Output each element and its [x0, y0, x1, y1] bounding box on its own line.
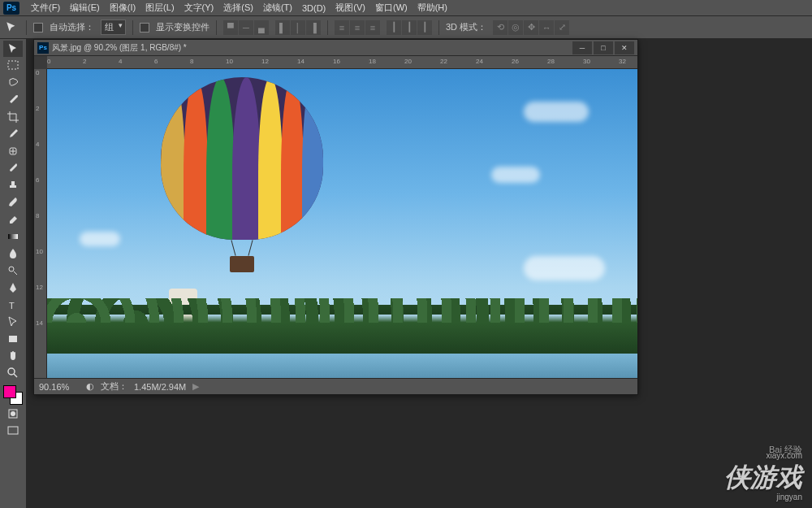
eyedropper-tool[interactable] — [3, 126, 23, 142]
history-brush-tool[interactable] — [3, 194, 23, 211]
blur-tool[interactable] — [3, 245, 23, 262]
zoom-level[interactable]: 90.16% — [39, 382, 80, 392]
document-titlebar[interactable]: Ps 风景.jpg @ 90.2% (图层 1, RGB/8#) * ─ □ ✕ — [34, 40, 637, 56]
svg-rect-0 — [8, 61, 18, 69]
menu-edit[interactable]: 编辑(E) — [65, 0, 105, 15]
align-bottom-icon[interactable]: ▄ — [254, 20, 269, 35]
3d-roll-icon[interactable]: ◎ — [508, 20, 523, 35]
exposure-icon[interactable]: ◐ — [429, 476, 437, 487]
menu-window[interactable]: 窗口(W) — [370, 0, 412, 15]
3d-buttons: ⟲ ◎ ✥ ↔ ⤢ — [493, 20, 569, 35]
3d-mode-label: 3D 模式： — [446, 21, 486, 33]
doc-size-label: 文档： — [101, 380, 127, 393]
wand-tool[interactable] — [3, 92, 23, 108]
dodge-tool[interactable] — [3, 263, 23, 279]
move-tool-icon[interactable] — [5, 20, 19, 35]
menu-layer[interactable]: 图层(L) — [140, 0, 179, 15]
svg-rect-6 — [9, 336, 17, 342]
move-tool[interactable] — [3, 41, 23, 57]
3d-pan-icon[interactable]: ✥ — [524, 20, 538, 35]
divider — [438, 20, 439, 35]
path-select-tool[interactable] — [3, 314, 23, 330]
align-buttons-h: ▌ │ ▐ — [275, 20, 321, 35]
distribute-bottom-icon[interactable]: ≡ — [365, 20, 380, 35]
zoom-tool[interactable] — [3, 365, 23, 381]
zoom-level[interactable]: 90.91% — [382, 477, 422, 487]
menu-3d[interactable]: 3D(D) — [297, 2, 330, 15]
close-button[interactable]: ✕ — [615, 41, 634, 54]
svg-point-7 — [8, 368, 15, 375]
svg-text:T: T — [9, 301, 15, 310]
menu-help[interactable]: 帮助(H) — [412, 0, 452, 15]
divider — [26, 20, 27, 35]
minimize-button[interactable]: ─ — [572, 41, 592, 54]
distribute-left-icon[interactable]: ┃ — [387, 20, 401, 35]
canvas-area: Ps 风景.jpg @ 90.2% (图层 1, RGB/8#) * ─ □ ✕… — [27, 39, 812, 508]
status-arrow-icon[interactable]: ▶ — [539, 476, 546, 487]
menu-image[interactable]: 图像(I) — [105, 0, 140, 15]
menu-filter[interactable]: 滤镜(T) — [258, 0, 297, 15]
svg-point-1 — [16, 95, 18, 97]
menu-file[interactable]: 文件(F) — [26, 0, 65, 15]
divider — [132, 20, 133, 35]
doc-icon: Ps — [37, 42, 49, 54]
distribute-buttons: ≡ ≡ ≡ — [335, 20, 380, 35]
3d-slide-icon[interactable]: ↔ — [539, 20, 554, 35]
stamp-tool[interactable] — [3, 177, 23, 193]
ruler-vertical[interactable]: 02468101214 — [34, 69, 47, 378]
3d-scale-icon[interactable]: ⤢ — [555, 20, 569, 35]
doc-size-label: 文档： — [443, 475, 470, 488]
maximize-button[interactable]: □ — [594, 41, 613, 54]
eraser-tool[interactable] — [3, 211, 23, 228]
auto-select-label: 自动选择： — [50, 21, 94, 33]
distribute-top-icon[interactable]: ≡ — [335, 20, 349, 35]
hand-tool[interactable] — [3, 348, 23, 364]
distribute-hcenter-icon[interactable]: ┃ — [402, 20, 417, 35]
document-title: 风景.jpg @ 90.2% (图层 1, RGB/8#) * — [52, 42, 572, 54]
show-transform-checkbox[interactable] — [140, 23, 149, 33]
lasso-tool[interactable] — [3, 75, 23, 91]
marquee-tool[interactable] — [3, 58, 23, 74]
distribute-right-icon[interactable]: ┃ — [417, 20, 432, 35]
doc-size-value: 773.1K/1.51M — [477, 477, 533, 487]
app-logo: Ps — [3, 2, 19, 15]
crop-tool[interactable] — [3, 109, 23, 125]
menu-type[interactable]: 文字(Y) — [179, 0, 219, 15]
minimize-button[interactable]: ─ — [712, 212, 732, 225]
status-bar: 90.91% ◐ 文档： 773.1K/1.51M ▶ — [377, 473, 777, 489]
menu-view[interactable]: 视图(V) — [330, 0, 370, 15]
align-hcenter-icon[interactable]: │ — [291, 20, 305, 35]
align-left-icon[interactable]: ▌ — [275, 20, 290, 35]
options-bar: 自动选择： 组 显示变换控件 ▀ ─ ▄ ▌ │ ▐ ≡ ≡ ≡ ┃ ┃ ┃ 3… — [0, 16, 812, 39]
image-content — [47, 69, 637, 378]
ruler-horizontal[interactable]: 02468101214161820222426283032 — [47, 56, 637, 69]
maximize-button[interactable]: □ — [733, 212, 753, 225]
auto-select-checkbox[interactable] — [33, 23, 43, 33]
close-button[interactable]: ✕ — [754, 212, 774, 225]
show-transform-label: 显示变换控件 — [156, 21, 209, 33]
shape-tool[interactable] — [3, 331, 23, 347]
svg-point-9 — [11, 411, 15, 416]
align-right-icon[interactable]: ▐ — [306, 20, 321, 35]
exposure-icon[interactable]: ◐ — [86, 381, 94, 392]
menu-select[interactable]: 选择(S) — [218, 0, 258, 15]
type-tool[interactable]: T — [3, 297, 23, 313]
document-window-1: Ps 风景.jpg @ 90.2% (图层 1, RGB/8#) * ─ □ ✕… — [33, 39, 638, 395]
canvas[interactable] — [47, 69, 637, 378]
align-top-icon[interactable]: ▀ — [223, 20, 238, 35]
3d-orbit-icon[interactable]: ⟲ — [493, 20, 508, 35]
heal-tool[interactable] — [3, 143, 23, 159]
quickmask-tool[interactable] — [3, 406, 23, 422]
pen-tool[interactable] — [3, 280, 23, 296]
status-arrow-icon[interactable]: ▶ — [192, 381, 199, 392]
auto-select-dropdown[interactable]: 组 — [101, 20, 126, 35]
menu-bar: Ps 文件(F) 编辑(E) 图像(I) 图层(L) 文字(Y) 选择(S) 滤… — [0, 0, 812, 16]
screenmode-tool[interactable] — [3, 423, 23, 439]
align-vcenter-icon[interactable]: ─ — [239, 20, 253, 35]
gradient-tool[interactable] — [3, 228, 23, 245]
doc-size-value: 1.45M/2.94M — [134, 382, 186, 392]
brush-tool[interactable] — [3, 160, 23, 176]
foreground-color[interactable] — [3, 385, 16, 398]
color-swatches[interactable] — [3, 385, 23, 405]
distribute-vcenter-icon[interactable]: ≡ — [350, 20, 365, 35]
